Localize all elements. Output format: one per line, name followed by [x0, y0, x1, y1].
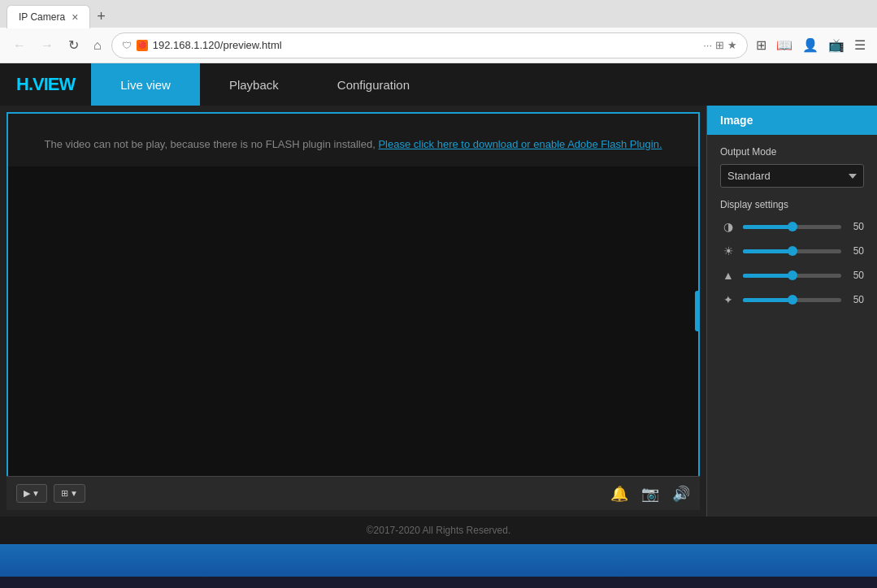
- layout-dropdown-arrow: ▼: [70, 489, 78, 498]
- sharpness-icon: ▲: [720, 269, 736, 282]
- output-mode-label: Output Mode: [720, 146, 864, 158]
- windows-taskbar: [0, 544, 877, 577]
- layout-selector[interactable]: ⊞ ▼: [54, 484, 85, 503]
- scroll-indicator: [695, 291, 700, 331]
- saturation-fill: [743, 298, 792, 302]
- flash-warning-text: The video can not be play, because there…: [44, 138, 375, 150]
- main-content: The video can not be play, because there…: [0, 106, 877, 517]
- controls-left: ▶ ▼ ⊞ ▼: [16, 484, 85, 503]
- brightness-value: 50: [848, 245, 864, 257]
- volume-button[interactable]: 🔊: [672, 485, 690, 503]
- video-controls-bar: ▶ ▼ ⊞ ▼ 🔔 📷 🔊: [7, 476, 700, 510]
- snapshot-button[interactable]: 📷: [641, 485, 659, 503]
- panel-header: Image: [707, 106, 877, 135]
- layout-icon: ⊞: [61, 488, 68, 499]
- reader-icon[interactable]: 📖: [773, 34, 796, 56]
- contrast-track[interactable]: [743, 225, 841, 229]
- sharpness-thumb[interactable]: [788, 270, 797, 280]
- browser-tab-active[interactable]: IP Camera ×: [7, 5, 90, 28]
- home-button[interactable]: ⌂: [89, 35, 106, 56]
- stream-icon: ▶: [24, 488, 30, 499]
- saturation-value: 50: [848, 294, 864, 305]
- copyright-text: ©2017-2020 All Rights Reserved.: [367, 525, 511, 536]
- tab-configuration[interactable]: Configuration: [308, 63, 439, 106]
- saturation-track[interactable]: [743, 298, 841, 302]
- tab-bar: IP Camera × +: [0, 0, 877, 28]
- flash-download-link[interactable]: Please click here to download or enable …: [378, 138, 662, 150]
- app-footer: ©2017-2020 All Rights Reserved.: [0, 517, 877, 544]
- brightness-track[interactable]: [743, 249, 841, 253]
- brightness-fill: [743, 249, 792, 253]
- display-settings-label: Display settings: [720, 199, 864, 210]
- video-area: The video can not be play, because there…: [7, 112, 700, 510]
- tab-live-view[interactable]: Live view: [91, 63, 200, 106]
- panel-title: Image: [720, 114, 753, 127]
- brightness-slider-row: ☀ 50: [720, 244, 864, 257]
- contrast-thumb[interactable]: [788, 222, 797, 231]
- new-tab-button[interactable]: +: [90, 8, 112, 25]
- saturation-slider-row: ✦ 50: [720, 293, 864, 306]
- snapshot-icon: 📷: [641, 486, 659, 502]
- output-mode-select[interactable]: Standard Indoor Outdoor Night: [720, 164, 864, 188]
- favicon: 🔴: [137, 40, 148, 51]
- tab-playback[interactable]: Playback: [200, 63, 308, 106]
- account-icon[interactable]: 👤: [799, 34, 822, 56]
- sharpness-fill: [743, 274, 792, 278]
- tab-close-icon[interactable]: ×: [72, 11, 78, 24]
- browser-window: IP Camera × + ← → ↻ ⌂ 🛡 🔴 192.168.1.120/…: [0, 0, 877, 63]
- cast-icon[interactable]: 📺: [825, 34, 848, 56]
- extensions-icon[interactable]: ⊞: [753, 34, 770, 56]
- app-logo: H.VIEW: [0, 74, 91, 95]
- sharpness-track[interactable]: [743, 274, 841, 278]
- toolbar-icons: ⊞ 📖 👤 📺 ☰: [753, 34, 869, 56]
- address-bar[interactable]: 🛡 🔴 192.168.1.120/preview.html ··· ⊞ ★: [111, 32, 748, 58]
- address-actions: ··· ⊞ ★: [703, 39, 737, 51]
- brightness-icon: ☀: [720, 244, 736, 257]
- bookmark-star-icon[interactable]: ★: [727, 39, 737, 51]
- contrast-value: 50: [848, 221, 864, 232]
- alarm-button[interactable]: 🔔: [610, 485, 628, 503]
- bookmark-list-icon[interactable]: ⊞: [715, 39, 724, 51]
- url-text: 192.168.1.120/preview.html: [153, 39, 698, 51]
- volume-icon: 🔊: [672, 486, 690, 502]
- saturation-thumb[interactable]: [788, 295, 797, 305]
- navigation-bar: ← → ↻ ⌂ 🛡 🔴 192.168.1.120/preview.html ·…: [0, 28, 877, 63]
- refresh-button[interactable]: ↻: [63, 34, 84, 56]
- sharpness-value: 50: [848, 270, 864, 281]
- more-actions-icon[interactable]: ···: [703, 39, 712, 51]
- brightness-thumb[interactable]: [788, 246, 797, 256]
- contrast-fill: [743, 225, 792, 229]
- app-nav-tabs: Live view Playback Configuration: [91, 63, 439, 106]
- app-container: H.VIEW Live view Playback Configuration …: [0, 63, 877, 544]
- stream-selector[interactable]: ▶ ▼: [16, 484, 47, 503]
- panel-content: Output Mode Standard Indoor Outdoor Nigh…: [707, 135, 877, 329]
- back-button[interactable]: ←: [8, 35, 31, 56]
- sidebar-panel: Image Output Mode Standard Indoor Outdoo…: [706, 106, 877, 517]
- app-header: H.VIEW Live view Playback Configuration: [0, 63, 877, 106]
- contrast-icon: ◑: [720, 220, 736, 233]
- contrast-slider-row: ◑ 50: [720, 220, 864, 233]
- security-icon: 🛡: [122, 40, 132, 51]
- sharpness-slider-row: ▲ 50: [720, 269, 864, 282]
- controls-right: 🔔 📷 🔊: [610, 485, 690, 503]
- video-player: [8, 166, 698, 476]
- video-message: The video can not be play, because there…: [11, 122, 694, 166]
- forward-button[interactable]: →: [36, 35, 59, 56]
- alarm-icon: 🔔: [610, 486, 628, 502]
- tab-title: IP Camera: [19, 11, 65, 23]
- saturation-icon: ✦: [720, 293, 736, 306]
- menu-icon[interactable]: ☰: [851, 34, 869, 56]
- stream-dropdown-arrow: ▼: [32, 489, 40, 498]
